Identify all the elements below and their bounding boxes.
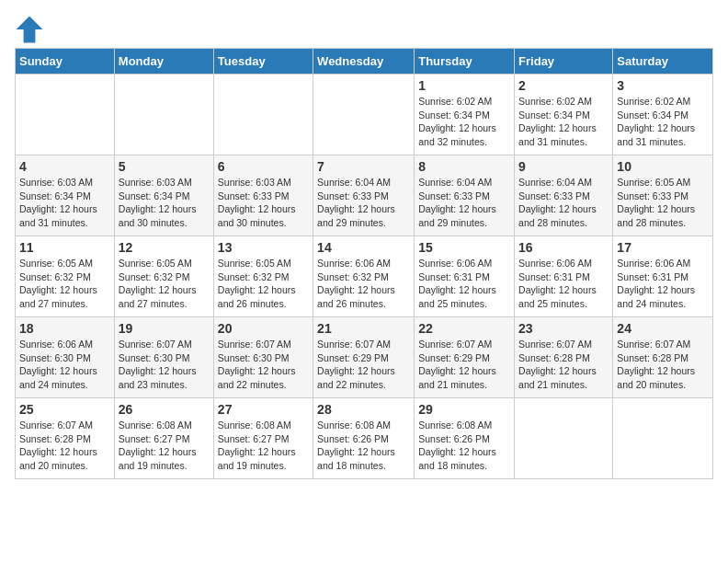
page-header: [15, 15, 713, 44]
day-number: 5: [119, 159, 210, 174]
day-number: 22: [418, 321, 510, 336]
day-info: Sunrise: 6:07 AM Sunset: 6:28 PM Dayligh…: [19, 419, 110, 473]
calendar-cell: 6Sunrise: 6:03 AM Sunset: 6:33 PM Daylig…: [213, 155, 313, 236]
header-day-monday: Monday: [114, 49, 213, 75]
calendar-cell: 25Sunrise: 6:07 AM Sunset: 6:28 PM Dayli…: [16, 398, 115, 479]
header-day-sunday: Sunday: [16, 49, 115, 75]
day-number: 18: [19, 321, 110, 336]
calendar-cell: 8Sunrise: 6:04 AM Sunset: 6:33 PM Daylig…: [415, 155, 515, 236]
calendar-cell: 9Sunrise: 6:04 AM Sunset: 6:33 PM Daylig…: [515, 155, 613, 236]
calendar-cell: 20Sunrise: 6:07 AM Sunset: 6:30 PM Dayli…: [213, 317, 313, 398]
header-day-saturday: Saturday: [613, 49, 713, 75]
day-info: Sunrise: 6:05 AM Sunset: 6:33 PM Dayligh…: [617, 176, 709, 230]
calendar-cell: 2Sunrise: 6:02 AM Sunset: 6:34 PM Daylig…: [515, 75, 613, 155]
calendar-cell: 29Sunrise: 6:08 AM Sunset: 6:26 PM Dayli…: [415, 398, 515, 479]
day-info: Sunrise: 6:05 AM Sunset: 6:32 PM Dayligh…: [218, 257, 309, 311]
day-info: Sunrise: 6:04 AM Sunset: 6:33 PM Dayligh…: [317, 176, 410, 230]
day-info: Sunrise: 6:08 AM Sunset: 6:26 PM Dayligh…: [317, 419, 410, 473]
calendar-cell: 23Sunrise: 6:07 AM Sunset: 6:28 PM Dayli…: [515, 317, 613, 398]
calendar-cell: 13Sunrise: 6:05 AM Sunset: 6:32 PM Dayli…: [213, 236, 313, 317]
day-info: Sunrise: 6:05 AM Sunset: 6:32 PM Dayligh…: [19, 257, 110, 311]
logo: [15, 15, 48, 44]
calendar-cell: 7Sunrise: 6:04 AM Sunset: 6:33 PM Daylig…: [313, 155, 415, 236]
calendar-week-row: 18Sunrise: 6:06 AM Sunset: 6:30 PM Dayli…: [16, 317, 713, 398]
day-number: 20: [218, 321, 309, 336]
day-info: Sunrise: 6:06 AM Sunset: 6:31 PM Dayligh…: [518, 257, 609, 311]
calendar-cell: 14Sunrise: 6:06 AM Sunset: 6:32 PM Dayli…: [313, 236, 415, 317]
day-info: Sunrise: 6:02 AM Sunset: 6:34 PM Dayligh…: [518, 95, 609, 149]
calendar-cell: 15Sunrise: 6:06 AM Sunset: 6:31 PM Dayli…: [415, 236, 515, 317]
day-number: 7: [317, 159, 410, 174]
day-number: 19: [119, 321, 210, 336]
day-number: 1: [418, 78, 510, 93]
day-info: Sunrise: 6:07 AM Sunset: 6:28 PM Dayligh…: [518, 338, 609, 392]
calendar-cell: 21Sunrise: 6:07 AM Sunset: 6:29 PM Dayli…: [313, 317, 415, 398]
day-info: Sunrise: 6:06 AM Sunset: 6:31 PM Dayligh…: [418, 257, 510, 311]
calendar-cell: 10Sunrise: 6:05 AM Sunset: 6:33 PM Dayli…: [613, 155, 713, 236]
day-number: 26: [119, 402, 210, 417]
calendar-cell: 28Sunrise: 6:08 AM Sunset: 6:26 PM Dayli…: [313, 398, 415, 479]
calendar-cell: [114, 75, 213, 155]
calendar-week-row: 1Sunrise: 6:02 AM Sunset: 6:34 PM Daylig…: [16, 75, 713, 155]
day-number: 23: [518, 321, 609, 336]
calendar-cell: 1Sunrise: 6:02 AM Sunset: 6:34 PM Daylig…: [415, 75, 515, 155]
day-number: 15: [418, 240, 510, 255]
day-info: Sunrise: 6:03 AM Sunset: 6:34 PM Dayligh…: [19, 176, 110, 230]
calendar-cell: 17Sunrise: 6:06 AM Sunset: 6:31 PM Dayli…: [613, 236, 713, 317]
calendar-cell: 5Sunrise: 6:03 AM Sunset: 6:34 PM Daylig…: [114, 155, 213, 236]
day-info: Sunrise: 6:07 AM Sunset: 6:29 PM Dayligh…: [317, 338, 410, 392]
day-info: Sunrise: 6:06 AM Sunset: 6:31 PM Dayligh…: [617, 257, 709, 311]
day-number: 8: [418, 159, 510, 174]
header-day-tuesday: Tuesday: [213, 49, 313, 75]
calendar-cell: 27Sunrise: 6:08 AM Sunset: 6:27 PM Dayli…: [213, 398, 313, 479]
day-info: Sunrise: 6:03 AM Sunset: 6:33 PM Dayligh…: [218, 176, 309, 230]
day-number: 13: [218, 240, 309, 255]
day-number: 29: [418, 402, 510, 417]
day-info: Sunrise: 6:08 AM Sunset: 6:27 PM Dayligh…: [218, 419, 309, 473]
day-number: 17: [617, 240, 709, 255]
day-info: Sunrise: 6:07 AM Sunset: 6:29 PM Dayligh…: [418, 338, 510, 392]
header-day-wednesday: Wednesday: [313, 49, 415, 75]
calendar-cell: [613, 398, 713, 479]
calendar-cell: 4Sunrise: 6:03 AM Sunset: 6:34 PM Daylig…: [16, 155, 115, 236]
calendar-cell: 22Sunrise: 6:07 AM Sunset: 6:29 PM Dayli…: [415, 317, 515, 398]
calendar-cell: 26Sunrise: 6:08 AM Sunset: 6:27 PM Dayli…: [114, 398, 213, 479]
day-info: Sunrise: 6:07 AM Sunset: 6:30 PM Dayligh…: [119, 338, 210, 392]
day-number: 4: [19, 159, 110, 174]
header-day-thursday: Thursday: [415, 49, 515, 75]
calendar-cell: 12Sunrise: 6:05 AM Sunset: 6:32 PM Dayli…: [114, 236, 213, 317]
day-info: Sunrise: 6:04 AM Sunset: 6:33 PM Dayligh…: [418, 176, 510, 230]
calendar-cell: 16Sunrise: 6:06 AM Sunset: 6:31 PM Dayli…: [515, 236, 613, 317]
day-number: 10: [617, 159, 709, 174]
calendar-cell: 19Sunrise: 6:07 AM Sunset: 6:30 PM Dayli…: [114, 317, 213, 398]
calendar-header-row: SundayMondayTuesdayWednesdayThursdayFrid…: [16, 49, 713, 75]
day-number: 25: [19, 402, 110, 417]
day-number: 6: [218, 159, 309, 174]
day-info: Sunrise: 6:03 AM Sunset: 6:34 PM Dayligh…: [119, 176, 210, 230]
calendar-week-row: 4Sunrise: 6:03 AM Sunset: 6:34 PM Daylig…: [16, 155, 713, 236]
day-info: Sunrise: 6:07 AM Sunset: 6:28 PM Dayligh…: [617, 338, 709, 392]
calendar-week-row: 25Sunrise: 6:07 AM Sunset: 6:28 PM Dayli…: [16, 398, 713, 479]
svg-marker-0: [17, 17, 43, 43]
day-number: 2: [518, 78, 609, 93]
calendar-cell: [213, 75, 313, 155]
day-number: 9: [518, 159, 609, 174]
header-day-friday: Friday: [515, 49, 613, 75]
day-info: Sunrise: 6:07 AM Sunset: 6:30 PM Dayligh…: [218, 338, 309, 392]
day-number: 14: [317, 240, 410, 255]
day-number: 16: [518, 240, 609, 255]
day-info: Sunrise: 6:02 AM Sunset: 6:34 PM Dayligh…: [418, 95, 510, 149]
day-number: 3: [617, 78, 709, 93]
day-info: Sunrise: 6:06 AM Sunset: 6:30 PM Dayligh…: [19, 338, 110, 392]
calendar-table: SundayMondayTuesdayWednesdayThursdayFrid…: [15, 48, 713, 479]
calendar-cell: 18Sunrise: 6:06 AM Sunset: 6:30 PM Dayli…: [16, 317, 115, 398]
calendar-cell: 11Sunrise: 6:05 AM Sunset: 6:32 PM Dayli…: [16, 236, 115, 317]
calendar-cell: 3Sunrise: 6:02 AM Sunset: 6:34 PM Daylig…: [613, 75, 713, 155]
day-number: 21: [317, 321, 410, 336]
calendar-cell: 24Sunrise: 6:07 AM Sunset: 6:28 PM Dayli…: [613, 317, 713, 398]
day-number: 12: [119, 240, 210, 255]
day-number: 28: [317, 402, 410, 417]
day-number: 27: [218, 402, 309, 417]
calendar-cell: [313, 75, 415, 155]
logo-icon: [15, 15, 44, 44]
